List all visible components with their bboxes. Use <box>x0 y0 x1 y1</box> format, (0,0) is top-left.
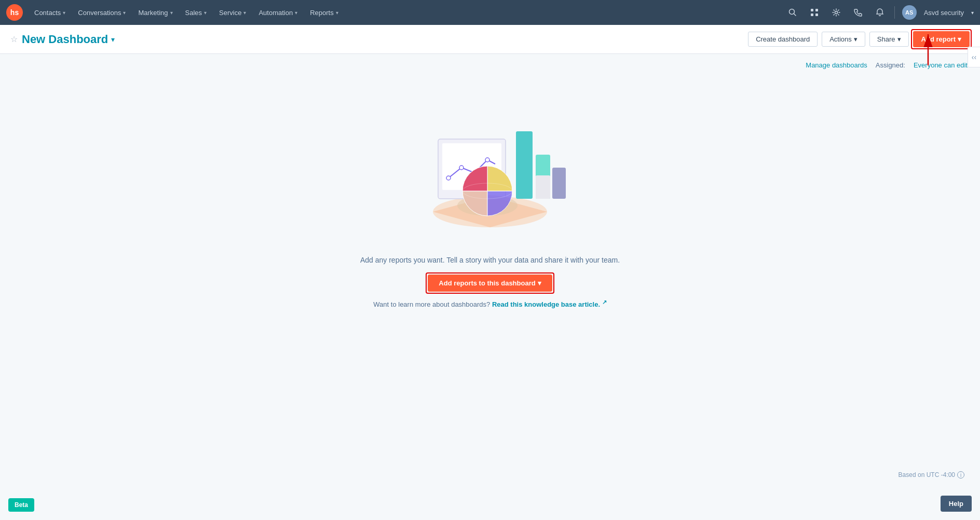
chevron-down-icon: ▾ <box>295 10 297 16</box>
svg-rect-7 <box>815 13 818 16</box>
dashboard-title: New Dashboard <box>22 33 108 46</box>
svg-rect-19 <box>516 131 533 199</box>
hubspot-logo[interactable]: hs <box>6 4 23 21</box>
chevron-down-icon: ▾ <box>123 10 126 16</box>
svg-rect-5 <box>815 9 818 11</box>
knowledge-base-text: Want to learn more about dashboards? Rea… <box>373 299 606 308</box>
create-dashboard-button[interactable]: Create dashboard <box>748 32 818 47</box>
svg-line-3 <box>794 14 796 16</box>
svg-rect-22 <box>552 168 566 199</box>
manage-dashboards-link[interactable]: Manage dashboards <box>806 61 867 69</box>
main-content: Manage dashboards Assigned: Everyone can… <box>0 54 980 339</box>
svg-rect-21 <box>536 175 550 199</box>
add-reports-chevron-icon: ▾ <box>538 279 541 287</box>
title-dropdown-icon[interactable]: ▾ <box>111 35 115 44</box>
empty-state: Add any reports you want. Tell a story w… <box>0 74 980 339</box>
help-button[interactable]: Help <box>941 496 972 512</box>
add-reports-to-dashboard-button[interactable]: Add reports to this dashboard ▾ <box>428 275 552 292</box>
add-reports-wrapper: Add reports to this dashboard ▾ <box>428 275 552 292</box>
svg-point-18 <box>485 158 489 162</box>
actions-button[interactable]: Actions ▾ <box>822 32 865 47</box>
nav-item-automation[interactable]: Automation ▾ <box>253 6 303 20</box>
notifications-icon[interactable] <box>873 5 887 20</box>
nav-item-reports[interactable]: Reports ▾ <box>305 6 344 20</box>
knowledge-base-link[interactable]: Read this knowledge base article. ↗ <box>492 300 607 308</box>
apps-icon[interactable] <box>807 5 822 20</box>
nav-item-marketing[interactable]: Marketing ▾ <box>133 6 178 20</box>
chevron-down-icon: ▾ <box>336 10 338 16</box>
settings-icon[interactable] <box>829 5 843 20</box>
assigned-label: Assigned: <box>876 61 905 69</box>
svg-rect-4 <box>811 9 813 11</box>
add-report-chevron-icon: ▾ <box>958 35 961 43</box>
share-button[interactable]: Share ▾ <box>869 32 909 47</box>
svg-point-8 <box>835 11 837 14</box>
empty-state-illustration <box>407 85 573 240</box>
nav-item-service[interactable]: Service ▾ <box>214 6 251 20</box>
chevron-down-icon: ▾ <box>63 10 65 16</box>
side-panel-toggle[interactable]: ‹‹ <box>968 47 980 67</box>
external-link-icon: ↗ <box>602 299 607 305</box>
svg-text:hs: hs <box>10 8 19 17</box>
dashboard-meta: Manage dashboards Assigned: Everyone can… <box>0 54 980 69</box>
timezone-note: Based on UTC -4:00 i <box>899 471 964 478</box>
beta-badge[interactable]: Beta <box>8 498 34 512</box>
phone-icon[interactable] <box>851 5 865 20</box>
share-chevron-icon: ▾ <box>897 35 901 43</box>
actions-chevron-icon: ▾ <box>854 35 857 43</box>
chevron-down-icon: ▾ <box>170 10 173 16</box>
chevron-down-icon: ▾ <box>204 10 207 16</box>
top-navigation: hs Contacts ▾ Conversations ▾ Marketing … <box>0 0 980 25</box>
svg-point-15 <box>446 176 451 180</box>
nav-item-conversations[interactable]: Conversations ▾ <box>73 6 131 20</box>
svg-rect-6 <box>811 13 813 16</box>
avatar[interactable]: AS <box>902 5 917 20</box>
nav-divider <box>894 6 895 19</box>
chevron-down-icon: ▾ <box>243 10 246 16</box>
arrow-annotation <box>913 29 944 73</box>
empty-description: Add any reports you want. Tell a story w… <box>360 256 620 264</box>
user-label[interactable]: Asvd security <box>924 9 964 17</box>
user-chevron-icon: ▾ <box>971 10 974 16</box>
info-icon[interactable]: i <box>957 471 964 478</box>
svg-point-16 <box>459 166 464 170</box>
favorite-star-icon[interactable]: ☆ <box>10 34 18 44</box>
search-icon[interactable] <box>785 5 800 20</box>
dashboard-toolbar: ☆ New Dashboard ▾ Create dashboard Actio… <box>0 25 980 54</box>
nav-item-sales[interactable]: Sales ▾ <box>180 6 212 20</box>
nav-item-contacts[interactable]: Contacts ▾ <box>29 6 71 20</box>
